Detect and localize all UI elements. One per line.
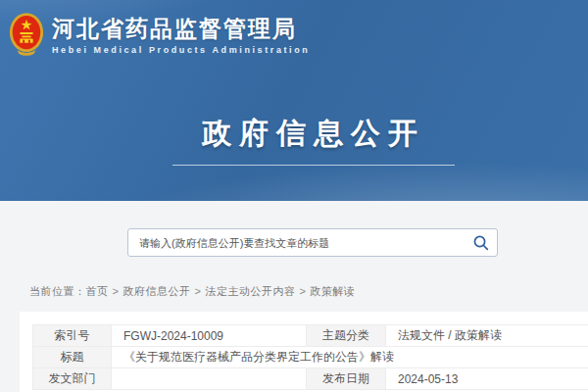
doc-title-value: 《关于规范医疗器械产品分类界定工作的公告》解读 — [112, 347, 588, 368]
breadcrumb-separator: > — [299, 285, 306, 297]
doc-title-label: 标题 — [33, 347, 112, 368]
issuing-dept-label: 发文部门 — [33, 368, 112, 390]
breadcrumb-prefix: 当前位置： — [29, 285, 86, 297]
search-box — [127, 228, 498, 257]
search-input[interactable] — [128, 229, 464, 256]
search-icon — [472, 234, 489, 251]
subject-category-value: 法规文件 / 政策解读 — [386, 325, 588, 347]
breadcrumb-statutory-disclosure[interactable]: 法定主动公开内容 — [205, 285, 295, 297]
breadcrumb-separator: > — [194, 285, 201, 297]
breadcrumb-gov-info[interactable]: 政府信息公开 — [122, 285, 190, 297]
breadcrumb-home[interactable]: 首页 — [86, 285, 109, 297]
table-row-department: 发文部门 发布日期 2024-05-13 — [33, 368, 588, 390]
subject-category-label: 主题分类 — [307, 325, 386, 347]
site-logo[interactable]: 河北省药品监督管理局 Hebei Medical Products Admini… — [8, 11, 310, 58]
document-meta-table: 索引号 FGWJ-2024-10009 主题分类 法规文件 / 政策解读 标题 … — [32, 324, 588, 390]
index-number-label: 索引号 — [33, 325, 112, 347]
hero-banner: 河北省药品监督管理局 Hebei Medical Products Admini… — [0, 0, 588, 201]
national-emblem-icon — [8, 11, 45, 58]
org-name: 河北省药品监督管理局 — [52, 15, 310, 42]
search-button[interactable] — [464, 229, 497, 256]
table-row-title: 标题 《关于规范医疗器械产品分类界定工作的公告》解读 — [33, 347, 588, 368]
page-title: 政府信息公开 — [20, 114, 588, 154]
index-number-value: FGWJ-2024-10009 — [112, 325, 307, 347]
issuing-dept-value — [112, 368, 307, 390]
breadcrumb: 当前位置：首页>政府信息公开>法定主动公开内容>政策解读 — [29, 284, 355, 299]
org-name-english: Hebei Medical Products Administration — [52, 45, 310, 55]
publish-date-label: 发布日期 — [307, 368, 386, 390]
page: 河北省药品监督管理局 Hebei Medical Products Admini… — [0, 0, 588, 392]
breadcrumb-separator: > — [113, 285, 120, 297]
publish-date-value: 2024-05-13 — [386, 368, 588, 390]
banner-divider — [172, 165, 455, 166]
document-panel: 索引号 FGWJ-2024-10009 主题分类 法规文件 / 政策解读 标题 … — [20, 312, 588, 392]
breadcrumb-policy-interpretation[interactable]: 政策解读 — [310, 285, 355, 297]
table-row-index: 索引号 FGWJ-2024-10009 主题分类 法规文件 / 政策解读 — [33, 325, 588, 347]
